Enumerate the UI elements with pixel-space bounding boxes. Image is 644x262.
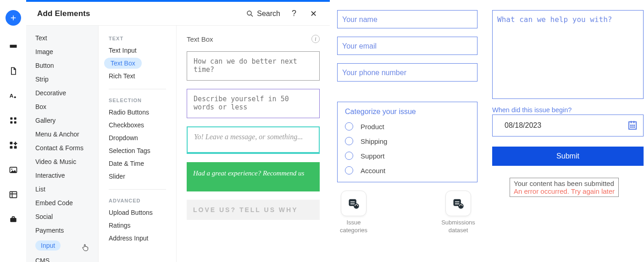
svg-rect-2 <box>10 117 12 120</box>
textbox-preview-green[interactable]: Had a great experience? Recommend us <box>187 162 320 191</box>
element-group-heading: TEXT <box>99 34 176 44</box>
category-item[interactable]: CMS <box>26 254 98 262</box>
category-item[interactable]: List <box>26 182 98 196</box>
feedback-error: An error occurred. Try again later <box>514 187 615 195</box>
category-item[interactable]: Gallery <box>26 114 98 127</box>
category-item[interactable]: Embed Code <box>26 196 98 210</box>
category-item[interactable]: Video & Music <box>26 155 98 169</box>
textbox-preview-teal[interactable]: Yo! Leave a message, or something... <box>187 126 320 154</box>
svg-rect-4 <box>10 121 12 124</box>
left-tool-rail: A <box>0 0 26 262</box>
dataset-submissions[interactable]: Submissions dataset <box>442 191 475 235</box>
textbox-preview-grey-text: Love us? Tell us why <box>193 206 298 213</box>
add-apps-icon[interactable] <box>6 137 21 153</box>
submit-button[interactable]: Submit <box>492 147 644 166</box>
element-type-item[interactable]: Upload Buttons <box>99 206 176 219</box>
panel-close[interactable]: ✕ <box>308 8 319 19</box>
element-type-item[interactable]: Slider <box>99 170 176 183</box>
radio-icon <box>345 152 353 160</box>
textbox-preview-teal-text: Yo! Leave a message, or something... <box>194 133 303 141</box>
element-group-heading: ADVANCED <box>99 196 176 206</box>
svg-rect-7 <box>10 146 12 149</box>
element-type-item[interactable]: Text Box <box>104 58 142 69</box>
dataset-row: Issue categories Submissions dataset <box>337 191 477 235</box>
submit-label: Submit <box>556 152 579 160</box>
panel-title: Add Elements <box>37 9 90 18</box>
textbox-preview-grey[interactable]: Love us? Tell us why <box>187 200 320 220</box>
element-type-item[interactable]: Dropdown <box>99 131 176 144</box>
element-type-item[interactable]: Selection Tags <box>99 144 176 157</box>
category-item[interactable]: Strip <box>26 72 98 86</box>
svg-rect-6 <box>10 142 12 145</box>
category-item[interactable]: Image <box>26 45 98 59</box>
category-item[interactable]: Menu & Anchor <box>26 127 98 141</box>
email-field[interactable] <box>337 37 477 55</box>
radio-label: Support <box>361 152 385 160</box>
radio-option[interactable]: Account <box>345 166 470 175</box>
svg-rect-5 <box>14 121 16 124</box>
design-icon[interactable]: A <box>6 88 21 104</box>
info-icon[interactable]: i <box>311 35 320 43</box>
feedback-box: Your content has been submitted An error… <box>510 178 619 197</box>
category-item-label: Input <box>35 240 61 251</box>
element-type-item[interactable]: Rich Text <box>99 70 176 82</box>
panel-help[interactable]: ? <box>289 8 300 19</box>
dataset-submissions-label: Submissions dataset <box>441 219 475 235</box>
element-type-item[interactable]: Checkboxes <box>99 119 176 131</box>
radio-icon <box>345 166 353 175</box>
category-item[interactable]: Box <box>26 100 98 114</box>
divider <box>109 189 166 190</box>
date-value: 08/18/2023 <box>505 121 541 130</box>
phone-field[interactable] <box>337 63 477 82</box>
add-elements-panel: Add Elements Search ? ✕ TextImageButtonS… <box>26 2 330 262</box>
name-field[interactable] <box>337 10 477 28</box>
textbox-preview-purple[interactable] <box>187 89 320 118</box>
radio-label: Shipping <box>361 137 387 145</box>
form-canvas: Categorize your issue ProductShippingSup… <box>330 0 644 262</box>
category-item[interactable]: Payments <box>26 224 98 237</box>
radio-option[interactable]: Shipping <box>345 137 470 145</box>
search-icon <box>246 10 254 18</box>
add-panel-button[interactable] <box>6 10 21 26</box>
category-item[interactable]: Text <box>26 31 98 45</box>
element-type-item[interactable]: Date & Time <box>99 157 176 170</box>
radio-option[interactable]: Product <box>345 122 470 131</box>
category-box: Categorize your issue ProductShippingSup… <box>337 102 477 182</box>
preview-column: Text Box i Yo! Leave a message, or somet… <box>177 26 330 262</box>
business-icon[interactable] <box>6 212 21 227</box>
preview-heading: Text Box <box>187 35 213 43</box>
svg-text:A: A <box>9 93 13 98</box>
form-left-column: Categorize your issue ProductShippingSup… <box>337 10 477 262</box>
radio-icon <box>345 137 353 145</box>
textbox-preview-green-text: Had a great experience? Recommend us <box>193 169 304 177</box>
panel-search[interactable]: Search <box>246 10 280 18</box>
category-title: Categorize your issue <box>345 108 470 116</box>
category-item[interactable]: Contact & Forms <box>26 141 98 155</box>
category-item[interactable]: Interactive <box>26 169 98 182</box>
radio-label: Product <box>361 123 384 131</box>
element-type-item[interactable]: Text Input <box>99 44 176 57</box>
date-picker[interactable]: 08/18/2023 <box>492 115 644 136</box>
category-item[interactable]: Social <box>26 210 98 224</box>
svg-rect-13 <box>12 217 14 218</box>
radio-icon <box>345 122 353 131</box>
radio-option[interactable]: Support <box>345 152 470 160</box>
svg-rect-3 <box>14 117 16 120</box>
element-type-item[interactable]: Radio Buttons <box>99 106 176 119</box>
date-label: When did this issue begin? <box>492 106 644 114</box>
dataset-issue-categories[interactable]: Issue categories <box>337 191 370 235</box>
svg-point-10 <box>11 169 12 170</box>
app-market-icon[interactable] <box>6 113 21 128</box>
category-item[interactable]: Decorative <box>26 86 98 100</box>
element-type-item[interactable]: Ratings <box>99 219 176 232</box>
category-item[interactable]: Button <box>26 59 98 72</box>
textbox-preview-plain[interactable] <box>187 51 320 81</box>
element-type-column: TEXTText InputText BoxRich TextSELECTION… <box>99 26 177 262</box>
element-group-heading: SELECTION <box>99 96 176 106</box>
help-textarea[interactable] <box>492 10 644 99</box>
element-type-item[interactable]: Address Input <box>99 232 176 245</box>
cms-icon[interactable] <box>6 187 21 202</box>
media-icon[interactable] <box>6 162 21 178</box>
section-icon[interactable] <box>6 38 21 54</box>
page-icon[interactable] <box>6 63 21 79</box>
